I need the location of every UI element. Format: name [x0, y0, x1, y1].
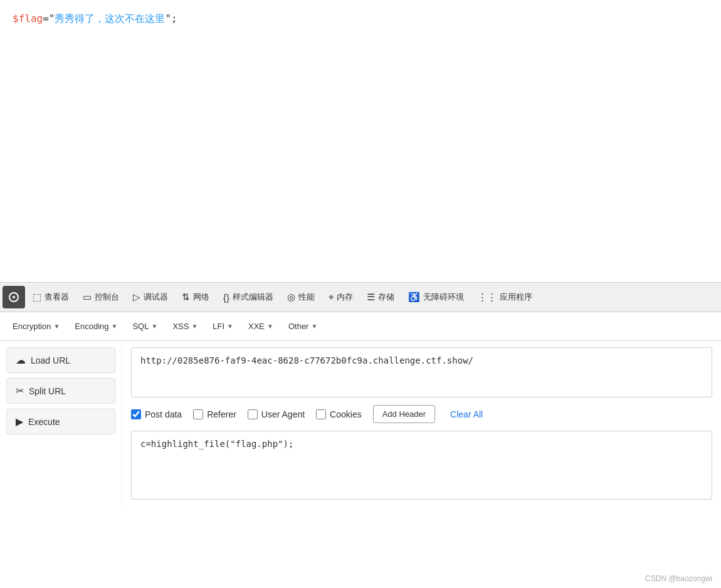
execute-icon: ▶: [16, 416, 23, 428]
post-data-input[interactable]: [131, 431, 712, 500]
url-input[interactable]: [131, 347, 712, 397]
lower-panel: ☁ Load URL ✂ Split URL ▶ Execute Post da…: [0, 341, 721, 506]
lfi-dropdown[interactable]: LFI ▼: [206, 318, 239, 335]
network-icon: ⇅: [182, 291, 190, 303]
execute-button[interactable]: ▶ Execute: [6, 409, 115, 434]
viewer-icon: ⬚: [33, 291, 41, 303]
chevron-down-icon: ▼: [112, 323, 118, 330]
clear-all-button[interactable]: Clear All: [446, 407, 487, 422]
load-url-button[interactable]: ☁ Load URL: [6, 347, 115, 373]
left-sidebar: ☁ Load URL ✂ Split URL ▶ Execute: [0, 341, 122, 506]
tab-viewer[interactable]: ⬚ 查看器: [26, 286, 75, 308]
devtools-logo[interactable]: [3, 286, 25, 308]
referer-checkbox[interactable]: [193, 409, 203, 419]
split-url-icon: ✂: [16, 385, 24, 397]
user-agent-checkbox[interactable]: [248, 409, 258, 419]
watermark: CSDN @baozongwi: [645, 574, 712, 583]
sql-dropdown[interactable]: SQL ▼: [126, 318, 164, 335]
accessibility-icon: ♿: [408, 291, 420, 303]
checkbox-row: Post data Referer User Agent Cookies Add…: [131, 405, 712, 423]
application-icon: ⋮⋮: [478, 291, 497, 303]
tab-debugger[interactable]: ▷ 调试器: [127, 286, 174, 308]
code-string: 秀秀得了，这次不在这里: [55, 13, 165, 24]
code-line: $flag="秀秀得了，这次不在这里";: [13, 13, 708, 26]
performance-icon: ◎: [287, 291, 295, 303]
tab-storage[interactable]: ☰ 存储: [360, 286, 401, 308]
chevron-down-icon: ▼: [311, 323, 317, 330]
user-agent-checkbox-label[interactable]: User Agent: [248, 409, 305, 419]
split-url-button[interactable]: ✂ Split URL: [6, 378, 115, 404]
xss-dropdown[interactable]: XSS ▼: [166, 318, 204, 335]
other-dropdown[interactable]: Other ▼: [282, 318, 324, 335]
xxe-dropdown[interactable]: XXE ▼: [242, 318, 280, 335]
referer-checkbox-label[interactable]: Referer: [193, 409, 236, 419]
encryption-dropdown[interactable]: Encryption ▼: [6, 318, 66, 335]
memory-icon: ⌖: [329, 291, 334, 303]
chevron-down-icon: ▼: [191, 323, 197, 330]
tab-application[interactable]: ⋮⋮ 应用程序: [471, 286, 539, 308]
load-url-icon: ☁: [16, 354, 26, 366]
chevron-down-icon: ▼: [227, 323, 233, 330]
tab-console[interactable]: ▭ 控制台: [76, 286, 125, 308]
add-header-button[interactable]: Add Header: [373, 405, 435, 423]
post-data-checkbox-label[interactable]: Post data: [131, 409, 182, 419]
post-data-checkbox[interactable]: [131, 409, 141, 419]
tab-memory[interactable]: ⌖ 内存: [322, 286, 359, 308]
devtools-bar: ⬚ 查看器 ▭ 控制台 ▷ 调试器 ⇅ 网络 {} 样式编辑器 ◎ 性能 ⌖ 内…: [0, 282, 721, 312]
tab-performance[interactable]: ◎ 性能: [281, 286, 321, 308]
tab-style-editor[interactable]: {} 样式编辑器: [217, 286, 280, 308]
tab-network[interactable]: ⇅ 网络: [176, 286, 216, 308]
code-dollar: $flag: [13, 13, 43, 24]
cookies-checkbox-label[interactable]: Cookies: [316, 409, 362, 419]
main-content-area: $flag="秀秀得了，这次不在这里";: [0, 0, 721, 282]
style-icon: {}: [223, 292, 229, 303]
storage-icon: ☰: [367, 291, 375, 303]
toolbar-row: Encryption ▼ Encoding ▼ SQL ▼ XSS ▼ LFI …: [0, 312, 721, 341]
cookies-checkbox[interactable]: [316, 409, 326, 419]
chevron-down-icon: ▼: [151, 323, 157, 330]
right-content: Post data Referer User Agent Cookies Add…: [122, 341, 721, 506]
console-icon: ▭: [83, 291, 92, 303]
tab-accessibility[interactable]: ♿ 无障碍环境: [402, 286, 470, 308]
svg-point-1: [13, 296, 15, 298]
chevron-down-icon: ▼: [53, 323, 60, 330]
debugger-icon: ▷: [133, 291, 140, 303]
encoding-dropdown[interactable]: Encoding ▼: [68, 318, 124, 335]
chevron-down-icon: ▼: [267, 323, 273, 330]
